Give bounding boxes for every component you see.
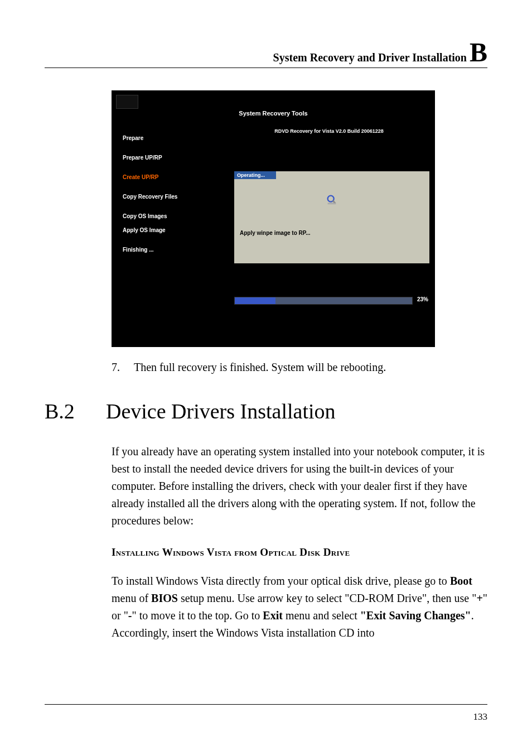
operating-status: Apply winpe image to RP... <box>240 230 311 236</box>
section-heading: B.2 Device Drivers Installation <box>45 399 487 423</box>
p2-b5: Exit <box>263 609 283 622</box>
operating-title: Operating... <box>234 171 276 179</box>
p2-t3: setup menu. Use arrow key to select "CD-… <box>178 592 477 604</box>
paragraph-intro: If you already have an operating system … <box>112 443 487 529</box>
paragraph-install: To install Windows Vista directly from y… <box>112 572 487 642</box>
screenshot-title: System Recovery Tools <box>112 110 435 117</box>
step-prepare-uprp: Prepare UP/RP <box>123 155 223 161</box>
step-finishing: Finishing ... <box>123 247 223 253</box>
progress-bar <box>234 297 413 305</box>
search-icon <box>326 194 338 206</box>
window-control-decor <box>116 95 138 109</box>
p2-t6: menu and select <box>283 609 360 622</box>
step-copy-recovery: Copy Recovery Files <box>123 194 223 200</box>
p2-b3: + <box>476 592 482 604</box>
step-prepare: Prepare <box>123 135 223 141</box>
p2-b4: - <box>128 609 132 622</box>
step-number: 7. <box>112 361 134 374</box>
p2-b1: Boot <box>450 575 472 587</box>
p2-b2: BIOS <box>151 592 178 604</box>
header-letter: B <box>470 37 487 67</box>
svg-rect-2 <box>328 203 336 205</box>
screenshot-version: RDVD Recovery for Vista V2.0 Build 20061… <box>234 128 424 134</box>
p2-b6: "Exit Saving Changes" <box>360 609 471 622</box>
progress-fill <box>235 297 275 304</box>
operating-box: Operating... Apply winpe image to RP... <box>234 171 429 263</box>
step-text: Then full recovery is finished. System w… <box>134 361 386 374</box>
step-copy-os: Copy OS Images <box>123 213 223 219</box>
page-header: System Recovery and Driver Installation … <box>45 39 487 68</box>
page-number: 133 <box>473 711 488 722</box>
p2-t1: To install Windows Vista directly from y… <box>112 575 450 587</box>
step-apply-os: Apply OS Image <box>123 227 223 233</box>
page-footer: 133 <box>45 704 487 723</box>
header-text: System Recovery and Driver Installation <box>273 51 470 64</box>
recovery-screenshot: System Recovery Tools RDVD Recovery for … <box>112 90 435 347</box>
step-list: Prepare Prepare UP/RP Create UP/RP Copy … <box>123 135 223 266</box>
section-title: Device Drivers Installation <box>106 399 487 423</box>
subheading: Installing Windows Vista from Optical Di… <box>112 546 487 558</box>
step-7: 7. Then full recovery is finished. Syste… <box>112 361 487 374</box>
progress-percent: 23% <box>417 296 428 302</box>
step-create-uprp: Create UP/RP <box>123 174 223 180</box>
p2-t2: menu of <box>112 592 151 604</box>
section-number: B.2 <box>45 399 89 423</box>
p2-t5: " to move it to the top. Go to <box>132 609 263 622</box>
